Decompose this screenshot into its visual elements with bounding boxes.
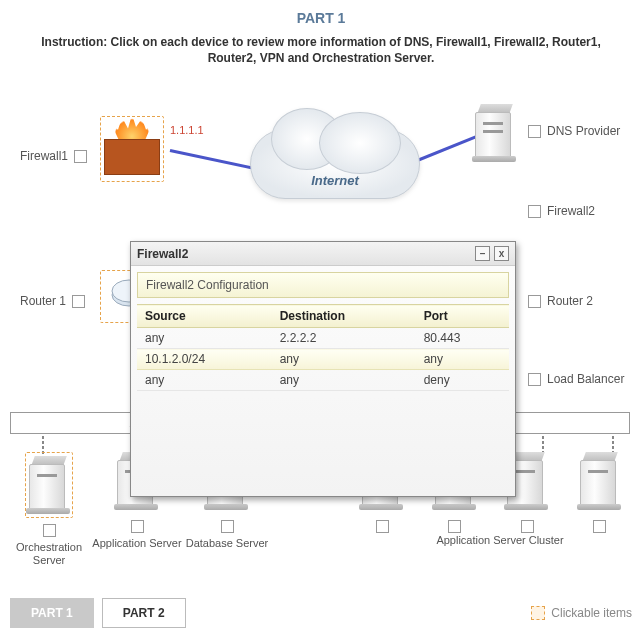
cell: 10.1.2.0/24 <box>137 349 272 370</box>
firewall2-dialog: Firewall2 – x Firewall2 Configuration So… <box>130 241 516 497</box>
router1-checkbox[interactable] <box>72 295 85 308</box>
tab-part1[interactable]: PART 1 <box>10 598 94 628</box>
legend-swatch-icon <box>531 606 545 620</box>
server-icon <box>580 452 620 507</box>
dbserver-checkbox[interactable] <box>221 520 234 533</box>
firewall-icon <box>104 120 160 175</box>
server-icon <box>475 104 515 159</box>
instruction-text: Instruction: Click on each device to rev… <box>0 26 642 74</box>
firewall1-ip: 1.1.1.1 <box>170 124 204 136</box>
minimize-button[interactable]: – <box>475 246 490 261</box>
dns-device[interactable] <box>475 104 515 162</box>
cluster-checkbox[interactable] <box>376 520 389 533</box>
cell: 2.2.2.2 <box>272 328 416 349</box>
legend: Clickable items <box>531 606 632 620</box>
table-header-row: Source Destination Port <box>137 305 509 328</box>
internet-cloud: Internet <box>250 129 420 199</box>
tab-part2[interactable]: PART 2 <box>102 598 186 628</box>
cell: deny <box>416 370 509 391</box>
table-row[interactable]: any any deny <box>137 370 509 391</box>
router2-text: Router 2 <box>547 294 593 308</box>
router1-label: Router 1 <box>20 294 85 308</box>
topology-stage: Internet Firewall1 1.1.1.1 DNS Provider … <box>0 74 642 544</box>
firewall2-checkbox[interactable] <box>528 205 541 218</box>
col-source: Source <box>137 305 272 328</box>
cell: any <box>137 370 272 391</box>
close-button[interactable]: x <box>494 246 509 261</box>
cell: any <box>137 328 272 349</box>
table-row[interactable]: 10.1.2.0/24 any any <box>137 349 509 370</box>
dns-text: DNS Provider <box>547 124 620 138</box>
part-title: PART 1 <box>0 0 642 26</box>
appserver-label: Application Server <box>92 537 182 550</box>
dns-checkbox[interactable] <box>528 125 541 138</box>
cell: any <box>272 370 416 391</box>
cluster-checkbox[interactable] <box>593 520 606 533</box>
dialog-titlebar[interactable]: Firewall2 – x <box>131 242 515 266</box>
footer: PART 1 PART 2 Clickable items <box>0 598 642 628</box>
col-port: Port <box>416 305 509 328</box>
cloud-label: Internet <box>251 173 419 188</box>
cluster-node[interactable] <box>580 452 620 567</box>
col-destination: Destination <box>272 305 416 328</box>
cluster-checkbox[interactable] <box>448 520 461 533</box>
firewall1-label: Firewall1 <box>20 149 87 163</box>
dbserver-label: Database Server <box>182 537 272 550</box>
cluster-checkbox[interactable] <box>521 520 534 533</box>
vwire <box>42 434 44 454</box>
rules-table: Source Destination Port any 2.2.2.2 80.4… <box>137 304 509 391</box>
router2-label: Router 2 <box>528 294 593 308</box>
firewall1-device[interactable] <box>100 116 164 182</box>
firewall1-checkbox[interactable] <box>74 150 87 163</box>
cluster-label: Application Server Cluster <box>400 534 600 546</box>
dns-label: DNS Provider <box>528 124 620 138</box>
firewall2-label: Firewall2 <box>528 204 595 218</box>
server-icon <box>29 456 69 511</box>
loadbalancer-text: Load Balancer <box>547 372 624 386</box>
loadbalancer-label: Load Balancer <box>528 372 624 386</box>
router2-checkbox[interactable] <box>528 295 541 308</box>
table-row[interactable]: any 2.2.2.2 80.443 <box>137 328 509 349</box>
cell: any <box>272 349 416 370</box>
dialog-title: Firewall2 <box>137 247 188 261</box>
orchestration-device[interactable]: Orchestration Server <box>6 452 92 567</box>
cell: 80.443 <box>416 328 509 349</box>
orchestration-label: Orchestration Server <box>6 541 92 567</box>
router1-text: Router 1 <box>20 294 66 308</box>
loadbalancer-checkbox[interactable] <box>528 373 541 386</box>
firewall1-text: Firewall1 <box>20 149 68 163</box>
legend-text: Clickable items <box>551 606 632 620</box>
orchestration-checkbox[interactable] <box>43 524 56 537</box>
firewall2-text: Firewall2 <box>547 204 595 218</box>
dialog-subtitle: Firewall2 Configuration <box>137 272 509 298</box>
appserver-checkbox[interactable] <box>131 520 144 533</box>
cell: any <box>416 349 509 370</box>
